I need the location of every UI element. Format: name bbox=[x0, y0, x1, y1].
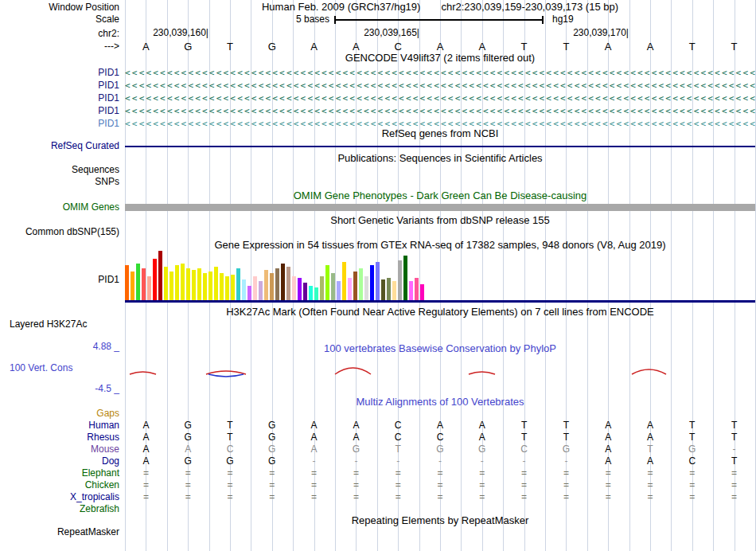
alignment-base: = bbox=[377, 479, 419, 491]
gtex-tissue-bar bbox=[403, 256, 407, 300]
alignment-base: T bbox=[545, 432, 587, 444]
alignment-base: G bbox=[251, 432, 293, 444]
alignment-base: = bbox=[167, 479, 209, 491]
alignment-base: T bbox=[671, 420, 713, 432]
species-row-dog[interactable]: DogAGGG-------AACT bbox=[0, 455, 756, 467]
gene-item-pid1-4[interactable]: PID1<<<<<<<<<<<<<<<<<<<<<<<<<<<<<<<<<<<<… bbox=[0, 105, 756, 117]
gene-item-pid1-3[interactable]: PID1<<<<<<<<<<<<<<<<<<<<<<<<<<<<<<<<<<<<… bbox=[0, 92, 756, 104]
gencode-track-title[interactable]: GENCODE V49lift37 (2 items filtered out) bbox=[125, 53, 755, 64]
species-row-x_tropicalis[interactable]: X_tropicalis=============== bbox=[0, 491, 756, 503]
gtex-expression-barchart[interactable] bbox=[125, 251, 427, 300]
omim-track-label[interactable]: OMIM Genes bbox=[0, 201, 119, 213]
h3k27ac-track-title[interactable]: H3K27Ac Mark (Often Found Near Active Re… bbox=[125, 307, 755, 318]
species-row-human[interactable]: HumanAGTGAACAATTAATT bbox=[0, 420, 756, 432]
gtex-tissue-bar bbox=[175, 265, 179, 300]
gene-strand-arrows: <<<<<<<<<<<<<<<<<<<<<<<<<<<<<<<<<<<<<<<<… bbox=[125, 68, 755, 78]
species-label: Mouse bbox=[0, 444, 119, 455]
gene-label[interactable]: PID1 bbox=[0, 92, 119, 104]
gtex-tissue-bar bbox=[192, 270, 196, 300]
gene-strand-arrows: <<<<<<<<<<<<<<<<<<<<<<<<<<<<<<<<<<<<<<<<… bbox=[125, 93, 755, 104]
gtex-track-title[interactable]: Gene Expression in 54 tissues from GTEx … bbox=[125, 240, 755, 251]
publications-track-title[interactable]: Publications: Sequences in Scientific Ar… bbox=[125, 153, 755, 164]
gene-item-pid1-1[interactable]: PID1<<<<<<<<<<<<<<<<<<<<<<<<<<<<<<<<<<<<… bbox=[0, 67, 756, 79]
omim-genes-bar[interactable] bbox=[125, 204, 755, 211]
alignment-base: - bbox=[419, 455, 462, 467]
gtex-tissue-bar bbox=[186, 268, 190, 300]
reference-base: T bbox=[503, 41, 545, 53]
alignment-base: A bbox=[461, 432, 503, 444]
species-row-chicken[interactable]: Chicken=============== bbox=[0, 479, 756, 491]
gtex-gene-model-line bbox=[125, 300, 755, 303]
species-row-zebrafish[interactable]: Zebrafish bbox=[0, 503, 756, 515]
position-tick: 230,039,160| bbox=[115, 28, 208, 38]
reference-base: G bbox=[167, 41, 209, 53]
alignment-base: = bbox=[251, 467, 293, 479]
conservation-mark bbox=[130, 372, 156, 374]
gtex-tissue-bar bbox=[275, 268, 279, 300]
gene-label[interactable]: PID1 bbox=[0, 105, 119, 116]
gtex-tissue-bar bbox=[353, 272, 357, 300]
omim-track-title[interactable]: OMIM Gene Phenotypes - Dark Green Can Be… bbox=[125, 190, 755, 201]
refseq-gene-line[interactable] bbox=[125, 146, 755, 147]
alignment-base: - bbox=[545, 455, 587, 467]
alignment-base: = bbox=[503, 479, 545, 491]
species-label: Human bbox=[0, 420, 119, 431]
alignment-base: = bbox=[461, 491, 503, 503]
alignment-base: A bbox=[125, 455, 167, 467]
repeatmasker-track-label[interactable]: RepeatMasker bbox=[0, 526, 119, 537]
alignment-base: A bbox=[587, 432, 629, 444]
alignment-base: A bbox=[293, 420, 335, 432]
species-label: Dog bbox=[0, 455, 119, 467]
scale-value: 5 bases bbox=[237, 14, 329, 25]
gtex-tissue-bar bbox=[247, 286, 251, 300]
alignment-base: = bbox=[209, 467, 251, 479]
refseq-track-title[interactable]: RefSeq genes from NCBI bbox=[125, 128, 755, 139]
species-row-gaps[interactable]: Gaps bbox=[0, 408, 756, 420]
gtex-tissue-bar bbox=[420, 284, 424, 300]
alignment-base: A bbox=[587, 455, 629, 467]
alignment-base: T bbox=[545, 420, 587, 432]
gtex-tissue-bar bbox=[242, 279, 246, 300]
gtex-gene-label[interactable]: PID1 bbox=[0, 274, 119, 285]
base-ruler[interactable]: AGTGAACAATTAATT bbox=[0, 41, 756, 53]
gtex-tissue-bar bbox=[409, 281, 413, 300]
species-label: Zebrafish bbox=[0, 503, 119, 514]
gene-label[interactable]: PID1 bbox=[0, 80, 119, 91]
gtex-tissue-bar bbox=[225, 276, 229, 300]
sequences-track-label[interactable]: Sequences bbox=[0, 164, 119, 175]
gene-strand-arrows: <<<<<<<<<<<<<<<<<<<<<<<<<<<<<<<<<<<<<<<<… bbox=[125, 106, 755, 116]
reference-base: T bbox=[671, 41, 713, 53]
alignment-base: = bbox=[545, 467, 587, 479]
gtex-tissue-bar bbox=[337, 281, 341, 300]
dbsnp-track-label[interactable]: Common dbSNP(155) bbox=[0, 226, 119, 237]
conservation-wiggle[interactable] bbox=[125, 357, 755, 393]
alignment-base: A bbox=[335, 420, 377, 432]
species-row-elephant[interactable]: Elephant=============== bbox=[0, 467, 756, 479]
conservation-track-label[interactable]: 100 Vert. Cons bbox=[10, 362, 72, 373]
species-row-mouse[interactable]: MouseAACGAGTGGCGATG- bbox=[0, 444, 756, 455]
dbsnp-track-title[interactable]: Short Genetic Variants from dbSNP releas… bbox=[125, 215, 755, 226]
alignment-base: - bbox=[377, 455, 419, 467]
gene-label[interactable]: PID1 bbox=[0, 118, 119, 129]
gtex-tissue-bar bbox=[259, 281, 263, 300]
alignment-base: T bbox=[209, 420, 251, 432]
gene-label[interactable]: PID1 bbox=[0, 67, 119, 78]
h3k27ac-track-label[interactable]: Layered H3K27Ac bbox=[10, 318, 87, 330]
reference-base: T bbox=[209, 41, 251, 53]
alignment-base: A bbox=[125, 432, 167, 444]
snps-track-label[interactable]: SNPs bbox=[0, 176, 119, 187]
alignment-base: = bbox=[587, 491, 629, 503]
gtex-tissue-bar bbox=[309, 286, 313, 300]
species-label: Gaps bbox=[0, 408, 119, 419]
window-position-label: Window Position bbox=[0, 2, 119, 13]
gene-item-pid1-2[interactable]: PID1<<<<<<<<<<<<<<<<<<<<<<<<<<<<<<<<<<<<… bbox=[0, 80, 756, 92]
chromosome-label: chr2: bbox=[0, 28, 119, 39]
repeatmasker-track-title[interactable]: Repeating Elements by RepeatMasker bbox=[125, 515, 755, 526]
conservation-track-title[interactable]: 100 vertebrates Basewise Conservation by… bbox=[125, 343, 755, 354]
gtex-tissue-bar bbox=[142, 268, 146, 300]
species-row-rhesus[interactable]: RhesusAGTGAACCATTAATT bbox=[0, 432, 756, 444]
alignment-base: C bbox=[503, 444, 545, 455]
conservation-mark bbox=[632, 369, 666, 374]
multiz-track-title[interactable]: Multiz Alignments of 100 Vertebrates bbox=[125, 397, 755, 408]
refseq-track-label[interactable]: RefSeq Curated bbox=[0, 140, 119, 151]
